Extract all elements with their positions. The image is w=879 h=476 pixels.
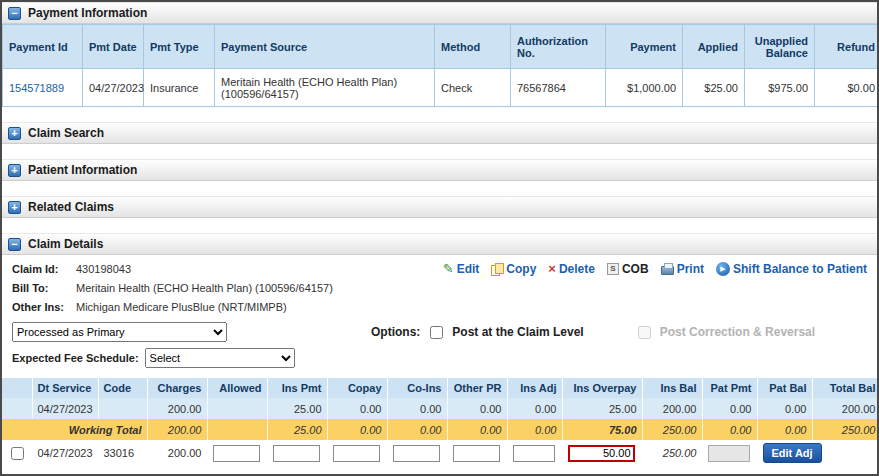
col-header-payment: Payment <box>606 25 683 69</box>
claim-lines-table: Dt Service Code Charges Allowed Ins Pmt … <box>2 378 879 466</box>
claim-actions: ✎ Edit Copy × Delete S COB Print <box>443 261 867 276</box>
claim-table-header-row: Dt Service Code Charges Allowed Ins Pmt … <box>2 378 879 398</box>
section-title-claim-details: Claim Details <box>28 237 103 251</box>
delete-icon: × <box>548 261 556 276</box>
payment-table-header-row: Payment Id Pmt Date Pmt Type Payment Sou… <box>3 25 879 69</box>
working-total-row: Working Total 200.00 25.00 0.00 0.00 0.0… <box>2 419 879 440</box>
payment-row: 154571889 04/27/2023 Insurance Meritain … <box>3 69 879 107</box>
ins-bal-cell: 200.00 <box>642 398 702 419</box>
section-header-related-claims[interactable]: + Related Claims <box>2 196 877 218</box>
pat-pmt-cell: 0.00 <box>702 398 757 419</box>
print-label: Print <box>677 262 704 276</box>
payment-amount-cell: $1,000.00 <box>606 69 683 107</box>
bill-to-row: Bill To: Meritain Health (ECHO Health Pl… <box>2 278 877 297</box>
charges-cell: 200.00 <box>147 440 207 466</box>
collapse-icon[interactable]: − <box>8 238 21 251</box>
select-cell <box>2 440 32 466</box>
copy-icon <box>491 263 503 275</box>
ins-overpay-cell <box>562 440 642 466</box>
select-cell <box>2 398 32 419</box>
ins-pmt-input[interactable] <box>273 445 320 462</box>
col-header-payment-source: Payment Source <box>215 25 435 69</box>
allowed-cell <box>207 419 267 440</box>
col-header-ins-overpay: Ins Overpay <box>562 378 642 398</box>
col-header-select <box>2 378 32 398</box>
other-ins-row: Other Ins: Michigan Medicare PlusBlue (N… <box>2 297 877 316</box>
other-pr-cell: 0.00 <box>447 419 507 440</box>
copy-link[interactable]: Copy <box>491 262 536 276</box>
col-header-unapplied-balance: Unapplied Balance <box>745 25 815 69</box>
edit-link[interactable]: ✎ Edit <box>443 261 480 276</box>
line-select-checkbox[interactable] <box>11 447 24 460</box>
ins-pmt-cell: 25.00 <box>267 398 327 419</box>
delete-link[interactable]: × Delete <box>548 261 595 276</box>
col-header-pmt-date: Pmt Date <box>83 25 144 69</box>
edit-icon: ✎ <box>443 261 454 276</box>
ins-bal-cell: 250.00 <box>642 419 702 440</box>
col-header-applied: Applied <box>683 25 745 69</box>
cob-label: COB <box>622 262 649 276</box>
section-header-payment-information[interactable]: − Payment Information <box>2 2 877 24</box>
allowed-cell <box>207 440 267 466</box>
bill-to-value: Meritain Health (ECHO Health Plan) (1005… <box>76 282 333 294</box>
col-header-refund: Refund <box>815 25 879 69</box>
dt-service-cell: 04/27/2023 <box>32 440 98 466</box>
post-claim-level-checkbox[interactable] <box>430 326 443 339</box>
edit-adj-button[interactable]: Edit Adj <box>763 443 822 463</box>
col-header-other-pr: Other PR <box>447 378 507 398</box>
copay-cell: 0.00 <box>327 398 387 419</box>
collapse-icon[interactable]: − <box>8 7 21 20</box>
section-title-claim-search: Claim Search <box>28 126 104 140</box>
section-title-patient-information: Patient Information <box>28 163 137 177</box>
section-header-claim-search[interactable]: + Claim Search <box>2 122 877 144</box>
section-header-patient-information[interactable]: + Patient Information <box>2 159 877 181</box>
allowed-input[interactable] <box>213 445 260 462</box>
payment-posting-panel: − Payment Information Payment Id Pmt Dat… <box>0 0 879 476</box>
other-pr-input[interactable] <box>453 445 500 462</box>
post-claim-level-label: Post at the Claim Level <box>452 325 583 339</box>
pat-pmt-input <box>708 445 750 462</box>
copay-cell: 0.00 <box>327 419 387 440</box>
print-link[interactable]: Print <box>661 262 704 276</box>
co-ins-input[interactable] <box>393 445 440 462</box>
cob-link[interactable]: S COB <box>607 262 649 276</box>
col-header-copay: Copay <box>327 378 387 398</box>
pmt-type-cell: Insurance <box>144 69 215 107</box>
copy-label: Copy <box>506 262 536 276</box>
expand-icon[interactable]: + <box>8 127 21 140</box>
allowed-cell <box>207 398 267 419</box>
processing-select[interactable]: Processed as Primary <box>12 322 227 342</box>
col-header-pat-bal: Pat Bal <box>757 378 812 398</box>
post-correction-label: Post Correction & Reversal <box>660 325 815 339</box>
expand-icon[interactable]: + <box>8 164 21 177</box>
refund-cell: $0.00 <box>815 69 879 107</box>
payment-id-link[interactable]: 154571889 <box>9 82 64 94</box>
applied-cell: $25.00 <box>683 69 745 107</box>
shift-balance-label: Shift Balance to Patient <box>733 262 867 276</box>
pmt-date-cell: 04/27/2023 <box>83 69 144 107</box>
spacer <box>2 144 877 159</box>
processing-options-row: Processed as Primary Options: Post at th… <box>2 316 877 346</box>
co-ins-cell <box>387 440 447 466</box>
pat-bal-cell: 0.00 <box>757 419 812 440</box>
other-pr-cell: 0.00 <box>447 398 507 419</box>
shift-balance-link[interactable]: ▶ Shift Balance to Patient <box>716 262 867 276</box>
charges-cell: 200.00 <box>147 419 207 440</box>
section-header-claim-details[interactable]: − Claim Details <box>2 233 877 255</box>
ins-adj-input[interactable] <box>513 445 555 462</box>
payment-source-cell: Meritain Health (ECHO Health Plan) (1005… <box>215 69 435 107</box>
pat-pmt-cell <box>702 440 757 466</box>
col-header-pat-pmt: Pat Pmt <box>702 378 757 398</box>
expand-icon[interactable]: + <box>8 201 21 214</box>
copay-input[interactable] <box>333 445 380 462</box>
print-icon <box>661 266 674 275</box>
payment-table: Payment Id Pmt Date Pmt Type Payment Sou… <box>2 24 879 107</box>
ins-overpay-cell: 75.00 <box>562 419 642 440</box>
col-header-method: Method <box>435 25 511 69</box>
ins-overpay-input[interactable] <box>568 445 635 462</box>
other-ins-value: Michigan Medicare PlusBlue (NRT/MIMPB) <box>76 301 287 313</box>
col-header-charges: Charges <box>147 378 207 398</box>
fee-schedule-select[interactable]: Select <box>145 348 295 368</box>
claim-line-edit-row: 04/27/2023 33016 200.00 <box>2 440 879 466</box>
col-header-pmt-type: Pmt Type <box>144 25 215 69</box>
